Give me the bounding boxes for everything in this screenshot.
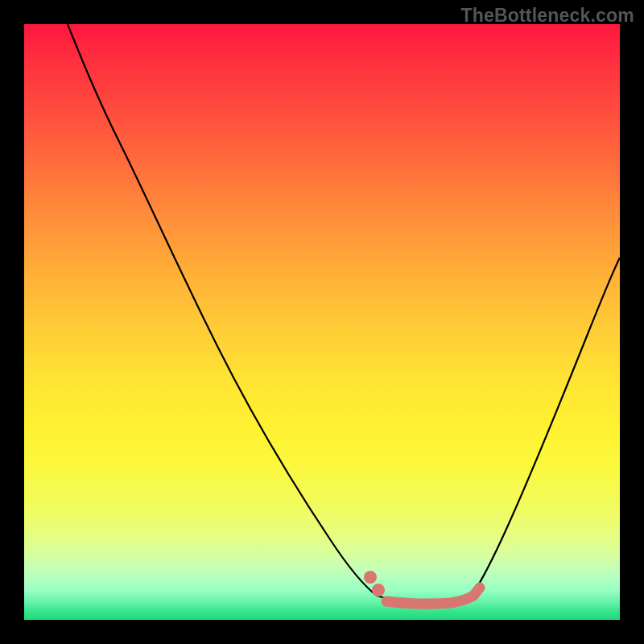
right-branch-line bbox=[472, 258, 620, 596]
chart-frame: TheBottleneck.com bbox=[0, 0, 644, 644]
gradient-plot-area bbox=[24, 24, 620, 620]
valley-dot-2 bbox=[372, 584, 385, 597]
valley-dot-1 bbox=[364, 571, 377, 584]
valley-highlight bbox=[386, 588, 480, 604]
curve-svg bbox=[24, 24, 620, 620]
left-branch-line bbox=[68, 24, 377, 596]
watermark-text: TheBottleneck.com bbox=[460, 5, 634, 27]
